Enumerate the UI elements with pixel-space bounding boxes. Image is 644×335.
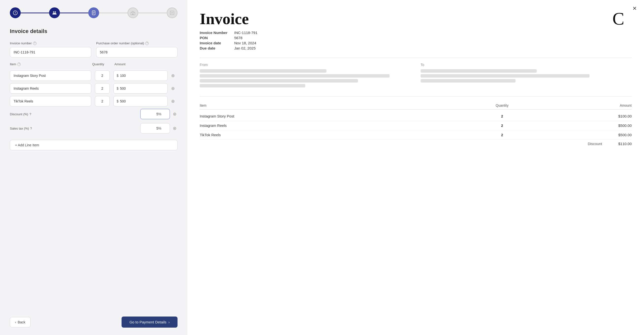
step-line-1 bbox=[21, 12, 49, 13]
invoice-table-row: TikTok Reels 2 $500.00 bbox=[200, 130, 632, 140]
section-title: Invoice details bbox=[10, 28, 178, 34]
pon-meta-label: PON bbox=[200, 36, 229, 40]
svg-point-2 bbox=[15, 13, 16, 14]
line-items-container: $ ⊗ $ ⊗ bbox=[10, 70, 178, 109]
line-item-1-action-col: ⊗ bbox=[170, 85, 178, 92]
invoice-date-meta-row: Invoice date Nov 18, 2024 bbox=[200, 41, 632, 45]
invoice-table-row: Instagram Story Post 2 $100.00 bbox=[200, 112, 632, 121]
invoice-number-info-icon[interactable]: ? bbox=[33, 42, 36, 45]
left-panel: Invoice details Invoice number ? Purchas… bbox=[0, 0, 188, 335]
line-item-1-item-col bbox=[10, 83, 91, 94]
bottom-nav: ‹ Back Go to Payment Details › bbox=[10, 309, 178, 328]
line-item-0-qty-input[interactable] bbox=[95, 70, 110, 81]
discount-label: Discount (%) ? bbox=[10, 112, 138, 116]
invoice-row-2-qty: 2 bbox=[459, 133, 545, 137]
from-blurred-3 bbox=[200, 79, 358, 82]
step-1-info[interactable] bbox=[10, 7, 21, 18]
from-to-section: From To bbox=[200, 63, 632, 89]
line-item-1-amount-input[interactable] bbox=[120, 83, 164, 93]
line-item-1-qty-input[interactable] bbox=[95, 83, 110, 94]
stepper bbox=[10, 7, 178, 18]
discount-row: Discount (%) ? % ⊗ bbox=[10, 109, 178, 119]
pon-meta-row: PON 5678 bbox=[200, 36, 632, 40]
discount-percent-symbol: % bbox=[158, 112, 161, 116]
invoice-logo: C bbox=[612, 10, 624, 27]
to-col: To bbox=[420, 63, 632, 89]
step-line-4 bbox=[138, 12, 167, 13]
invoice-number-input[interactable] bbox=[10, 47, 91, 57]
line-item-0-amount-col: $ bbox=[114, 70, 168, 81]
due-date-meta-row: Due date Jan 02, 2025 bbox=[200, 46, 632, 50]
line-item-2-name-input[interactable] bbox=[10, 96, 91, 106]
sales-tax-info-icon[interactable]: ? bbox=[30, 127, 32, 130]
sales-tax-remove-button[interactable]: ⊗ bbox=[172, 125, 178, 132]
due-date-meta-label: Due date bbox=[200, 46, 229, 50]
line-item-1-amount-col: $ bbox=[114, 83, 168, 94]
from-col: From bbox=[200, 63, 411, 89]
discount-input[interactable] bbox=[144, 109, 158, 119]
invoice-row-1-qty: 2 bbox=[459, 123, 545, 128]
line-item-0-qty-col bbox=[94, 70, 111, 81]
back-button[interactable]: ‹ Back bbox=[10, 317, 30, 327]
po-number-info-icon[interactable]: ? bbox=[145, 42, 149, 45]
step-5-preview[interactable] bbox=[167, 7, 178, 18]
line-item-2-item-col bbox=[10, 96, 91, 106]
invoice-discount-value: $110.00 bbox=[607, 142, 632, 146]
invoice-table-row: Instagram Reels 2 $500.00 bbox=[200, 121, 632, 130]
line-item-0-currency-symbol: $ bbox=[116, 74, 118, 78]
line-item-1-qty-col bbox=[94, 83, 111, 94]
line-item-1-name-input[interactable] bbox=[10, 83, 91, 94]
line-item-0-action-col: ⊗ bbox=[170, 72, 178, 79]
invoice-row-1-amount: $500.00 bbox=[546, 123, 632, 128]
step-3-details[interactable] bbox=[88, 7, 99, 18]
line-item-0-remove-button[interactable]: ⊗ bbox=[170, 72, 176, 79]
po-number-label: Purchase order number (optional) ? bbox=[96, 41, 178, 45]
line-item-1-remove-button[interactable]: ⊗ bbox=[170, 85, 176, 92]
item-info-icon[interactable]: ? bbox=[17, 62, 21, 66]
sales-tax-input[interactable] bbox=[144, 123, 158, 133]
invoice-discount-label: Discount bbox=[200, 142, 607, 146]
invoice-row-0-amount: $100.00 bbox=[546, 114, 632, 118]
invoice-row-2-item: TikTok Reels bbox=[200, 133, 459, 137]
close-button[interactable]: × bbox=[633, 5, 636, 12]
due-date-meta-value: Jan 02, 2025 bbox=[234, 46, 256, 50]
discount-remove-button[interactable]: ⊗ bbox=[172, 110, 178, 118]
step-4-bank[interactable] bbox=[128, 7, 138, 18]
back-chevron-icon: ‹ bbox=[15, 320, 16, 324]
sales-tax-input-wrapper: % bbox=[140, 123, 170, 133]
quantity-col-header: Quantity bbox=[92, 62, 110, 66]
line-item-2-qty-input[interactable] bbox=[95, 96, 110, 106]
step-2-contacts[interactable] bbox=[49, 7, 60, 18]
invoice-preview-panel: × Invoice C Invoice Number INC-1118-791 … bbox=[188, 0, 644, 335]
invoice-meta: Invoice Number INC-1118-791 PON 5678 Inv… bbox=[200, 30, 632, 50]
line-item-2-amount-col: $ bbox=[114, 96, 168, 106]
invoice-table-header: Item Quantity Amount bbox=[200, 101, 632, 110]
sales-tax-label: Sales tax (%) ? bbox=[10, 127, 138, 130]
table-header-amount: Amount bbox=[546, 103, 632, 107]
line-item-row: $ ⊗ bbox=[10, 96, 178, 106]
invoice-table: Item Quantity Amount Instagram Story Pos… bbox=[200, 101, 632, 148]
invoice-date-meta-label: Invoice date bbox=[200, 41, 229, 45]
line-item-0-name-input[interactable] bbox=[10, 70, 91, 81]
line-item-2-remove-button[interactable]: ⊗ bbox=[170, 97, 176, 105]
sales-tax-row: Sales tax (%) ? % ⊗ bbox=[10, 123, 178, 133]
invoice-number-meta-row: Invoice Number INC-1118-791 bbox=[200, 30, 632, 35]
add-line-item-button[interactable]: + Add Line Item bbox=[10, 140, 178, 150]
go-to-payment-button[interactable]: Go to Payment Details › bbox=[122, 317, 178, 328]
discount-input-wrapper: % bbox=[140, 109, 170, 119]
line-item-2-amount-input[interactable] bbox=[120, 96, 164, 106]
amount-col-header: Amount bbox=[114, 62, 168, 66]
line-items-header: Item ? Quantity Amount bbox=[10, 62, 178, 68]
invoice-date-meta-value: Nov 18, 2024 bbox=[234, 41, 256, 45]
line-item-2-action-col: ⊗ bbox=[170, 97, 178, 105]
table-header-quantity: Quantity bbox=[459, 103, 545, 107]
invoice-number-meta-label: Invoice Number bbox=[200, 30, 229, 35]
step-line-2 bbox=[60, 12, 88, 13]
svg-point-4 bbox=[55, 11, 56, 12]
line-item-2-amount-wrapper: $ bbox=[114, 96, 168, 106]
discount-info-icon[interactable]: ? bbox=[29, 112, 31, 116]
invoice-number-label: Invoice number ? bbox=[10, 41, 91, 45]
po-number-input[interactable] bbox=[96, 47, 178, 57]
invoice-row-0-item: Instagram Story Post bbox=[200, 114, 459, 118]
line-item-0-amount-input[interactable] bbox=[120, 71, 164, 80]
